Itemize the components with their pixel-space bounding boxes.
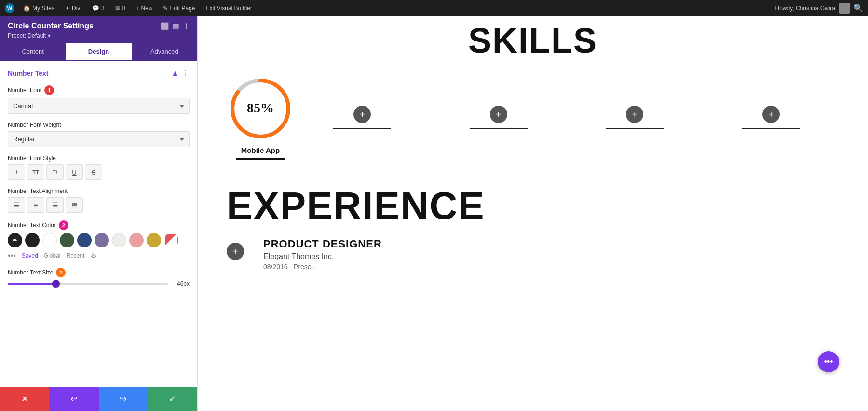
number-text-color-label: Number Text Color 2 [8, 220, 190, 230]
align-left-btn[interactable]: ☰ [8, 197, 25, 213]
avatar[interactable] [839, 3, 850, 14]
section-menu-icon[interactable]: ⋮ [182, 68, 190, 78]
purple-bubble-btn[interactable]: ••• [818, 351, 839, 372]
comments-link[interactable]: 💬 3 [90, 0, 107, 16]
edit-icon: ✎ [163, 5, 168, 12]
tab-content[interactable]: Content [0, 43, 66, 61]
italic-btn[interactable]: I [8, 164, 25, 180]
undo-button[interactable]: ↩ [49, 387, 98, 411]
align-right-btn[interactable]: ☰ [46, 197, 64, 213]
align-justify-btn[interactable]: ▤ [66, 197, 83, 213]
edit-page-link[interactable]: ✎ Edit Page [161, 0, 197, 16]
swatch-off-white[interactable] [112, 233, 126, 247]
number-font-label: Number Font 1 [8, 85, 190, 95]
admin-bar-right: Howdy, Christina Gwira 🔍 [775, 3, 863, 14]
add-btn-line-3 [606, 128, 664, 129]
panel-header: Circle Counter Settings ⬜ ▤ ⋮ Preset: De… [0, 16, 197, 43]
panel-title-icons: ⬜ ▤ ⋮ [161, 22, 190, 30]
collapse-arrow-icon[interactable]: ▲ [171, 69, 179, 78]
comment-icon: 💬 [92, 5, 99, 12]
add-counter-btn-3[interactable]: + [626, 106, 643, 123]
all-caps-btn[interactable]: TT [27, 164, 44, 180]
circle-underline [236, 158, 285, 160]
new-post-link[interactable]: + New [134, 0, 154, 16]
section-header: Number Text ▲ ⋮ [8, 68, 190, 78]
search-icon[interactable]: 🔍 [854, 3, 863, 13]
color-picker-btn[interactable]: ✒ [8, 233, 22, 247]
add-counter-btn-4[interactable]: + [762, 106, 780, 123]
messages-link[interactable]: ✉ 0 [113, 0, 127, 16]
add-btn-line-4 [742, 128, 800, 129]
section-title: Number Text [8, 69, 49, 77]
color-global-btn[interactable]: Global [44, 252, 61, 259]
text-size-slider-track[interactable] [8, 283, 168, 285]
number-font-weight-select[interactable]: Regular Bold Light [8, 131, 190, 147]
color-recent-btn[interactable]: Recent [67, 252, 85, 259]
cancel-button[interactable]: ✕ [0, 387, 49, 411]
swatch-white[interactable] [42, 233, 57, 247]
redo-button[interactable]: ↪ [99, 387, 148, 411]
divi-link[interactable]: ✦ Divi [63, 0, 83, 16]
number-font-style-label: Number Font Style [8, 155, 190, 162]
slider-thumb[interactable] [52, 280, 60, 288]
left-panel: Circle Counter Settings ⬜ ▤ ⋮ Preset: De… [0, 16, 198, 411]
my-sites-link[interactable]: 🏠 My Sites [21, 0, 56, 16]
panel-content: Number Text ▲ ⋮ Number Font 1 Candal [0, 61, 197, 387]
section-title-text: Number Text [8, 69, 49, 77]
swatch-cross[interactable] [164, 233, 178, 247]
tab-advanced[interactable]: Advanced [132, 43, 197, 61]
divi-icon: ✦ [65, 5, 70, 12]
align-center-btn[interactable]: ≡ [27, 197, 44, 213]
wp-logo-icon[interactable]: W [5, 3, 14, 13]
badge-2: 2 [59, 220, 68, 230]
svg-text:85%: 85% [247, 100, 274, 115]
circle-label: Mobile App [241, 146, 280, 154]
circle-svg: 85% [227, 75, 294, 142]
add-counter-btn-1[interactable]: + [353, 106, 371, 123]
color-meta-row: ••• Saved Global Recent ⚙ [8, 251, 190, 260]
number-font-select[interactable]: Candal [8, 98, 190, 114]
swatch-black[interactable] [25, 233, 40, 247]
home-icon: 🏠 [23, 5, 30, 12]
admin-bar: W 🏠 My Sites ✦ Divi 💬 3 ✉ 0 + New ✎ Edit… [0, 0, 868, 16]
sidebar-icon[interactable]: ▤ [173, 22, 179, 30]
capitalize-btn[interactable]: Tt [46, 164, 64, 180]
experience-section: EXPERIENCE + PRODUCT DESIGNER Elegant Th… [198, 174, 868, 280]
tab-design[interactable]: Design [66, 43, 131, 61]
add-placeholder-4: + [703, 106, 840, 129]
color-swatches: ✒ [8, 233, 190, 247]
exit-vb-link[interactable]: Exit Visual Builder [203, 0, 254, 16]
number-text-color-field: Number Text Color 2 ✒ [8, 220, 190, 260]
underline-btn[interactable]: U [66, 164, 83, 180]
badge-3: 3 [56, 268, 66, 277]
color-more-btn[interactable]: ••• [8, 251, 16, 260]
section-actions: ▲ ⋮ [171, 68, 190, 78]
color-settings-icon[interactable]: ⚙ [91, 252, 97, 260]
action-bar: ✕ ↩ ↪ ✓ [0, 387, 197, 411]
more-icon[interactable]: ⋮ [183, 22, 190, 30]
howdy-text: Howdy, Christina Gwira [775, 5, 835, 12]
save-button[interactable]: ✓ [148, 387, 197, 411]
swatch-dark-green[interactable] [60, 233, 74, 247]
text-size-slider-row: 46px [8, 280, 190, 287]
circle-svg-wrap: 85% [227, 75, 294, 142]
panel-title-text: Circle Counter Settings [8, 22, 94, 30]
add-counter-btn-2[interactable]: + [490, 106, 507, 123]
number-text-align-label: Number Text Alignment [8, 188, 190, 194]
slider-value: 46px [173, 280, 190, 287]
panel-title: Circle Counter Settings ⬜ ▤ ⋮ [8, 22, 190, 30]
add-exp-btn[interactable]: + [227, 243, 244, 260]
exp-details: PRODUCT DESIGNER Elegant Themes Inc. 08/… [263, 238, 839, 271]
number-font-style-field: Number Font Style I TT Tt U S [8, 155, 190, 180]
color-saved-btn[interactable]: Saved [22, 252, 38, 259]
swatch-purple-light[interactable] [95, 233, 109, 247]
message-icon: ✉ [115, 5, 120, 12]
swatch-pink-light[interactable] [129, 233, 144, 247]
maximize-icon[interactable]: ⬜ [161, 22, 169, 30]
circle-counter: 85% Mobile App [227, 75, 294, 160]
number-text-size-field: Number Text Size 3 46px [8, 268, 190, 287]
swatch-dark-blue[interactable] [77, 233, 92, 247]
panel-preset[interactable]: Preset: Default ▾ [8, 32, 190, 39]
swatch-gold[interactable] [147, 233, 161, 247]
strikethrough-btn[interactable]: S [85, 164, 102, 180]
